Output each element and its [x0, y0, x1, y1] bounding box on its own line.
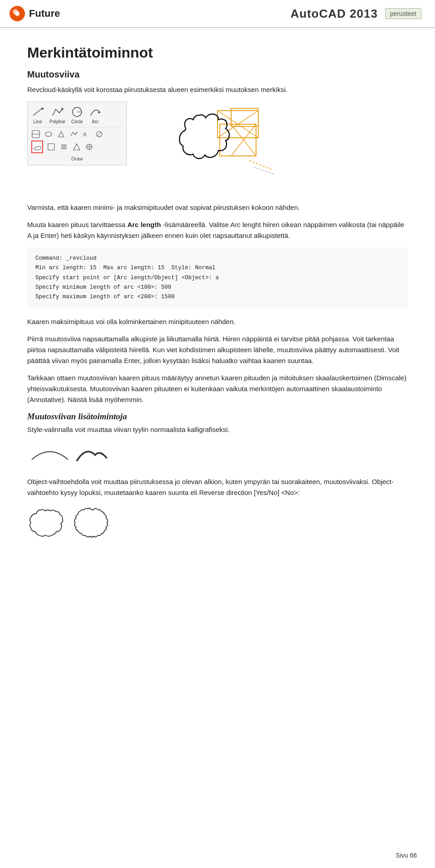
- revcloud-star-shape: [72, 505, 109, 542]
- logo-area: Future: [9, 5, 60, 22]
- page-number: Sivu 66: [396, 852, 417, 859]
- svg-marker-18: [73, 144, 80, 150]
- draw-icon-1: [31, 130, 40, 139]
- svg-rect-14: [48, 144, 54, 150]
- toolbar-icon-b: [47, 142, 56, 151]
- para2-prefix: Muuta kaaren pituus tarvittaessa: [27, 221, 127, 228]
- toolbar-line-label: Line: [34, 119, 42, 124]
- toolbar-bottom-row: A: [31, 127, 123, 139]
- draw-icon-6: [95, 130, 104, 139]
- toolbar-polyline-label: Polyline: [49, 119, 65, 124]
- revcloud-drawing: [140, 102, 276, 192]
- future-logo-icon: [9, 5, 25, 22]
- svg-point-1: [15, 11, 19, 16]
- svg-point-10: [45, 132, 52, 136]
- svg-text:A: A: [83, 131, 87, 138]
- image-row: Line Polyline Circle: [27, 102, 408, 192]
- toolbar-polyline-item: Polyline: [49, 106, 65, 124]
- toolbar-top-row: Line Polyline Circle: [31, 106, 123, 124]
- main-content: Merkintätoiminnot Muutosviiva Revcloud-k…: [0, 28, 435, 576]
- para3: Kaaren maksimipituus voi olla kolminkert…: [27, 316, 408, 327]
- revcloud-svg: [140, 102, 276, 192]
- code-block: Command: _revcloud Min arc length: 15 Ma…: [27, 247, 408, 308]
- section1-heading: Muutosviiva: [27, 69, 408, 80]
- toolbar-circle-label: Circle: [71, 119, 83, 124]
- para5: Tarkkaan ottaen muutosviivan kaaren pitu…: [27, 373, 408, 405]
- para6: Style-valinnalla voit muuttaa viivan tyy…: [27, 424, 408, 435]
- toolbar-draw-label: Draw: [31, 156, 123, 161]
- draw-icon-2: [44, 130, 53, 139]
- page-header: Future AutoCAD 2013 perusteet: [0, 0, 435, 28]
- logo-label: Future: [29, 8, 60, 19]
- revcloud-icon: [33, 142, 42, 151]
- draw-icon-4: [69, 130, 78, 139]
- svg-line-2: [33, 108, 42, 116]
- revcloud-circle-shape: [27, 505, 63, 542]
- arc-illustration: [27, 441, 408, 468]
- page-footer: Sivu 66: [396, 852, 417, 859]
- circle-tool-icon: [71, 106, 83, 118]
- svg-line-13: [97, 132, 101, 136]
- arc-tool-icon: [89, 106, 102, 118]
- para7: Object-vaihtoehdolla voit muuttaa piirus…: [27, 476, 408, 498]
- arc-svg: [27, 441, 118, 466]
- page-title: Merkintätoiminnot: [27, 44, 408, 61]
- app-badge: perusteet: [385, 8, 421, 19]
- toolbar-line-item: Line: [31, 106, 44, 124]
- svg-line-29: [249, 160, 272, 170]
- svg-line-30: [254, 167, 274, 174]
- toolbar-icon-c: [59, 142, 68, 151]
- toolbar-row3: [31, 141, 123, 153]
- para2-bold: Arc length: [127, 221, 161, 228]
- polyline-tool-icon: [51, 106, 64, 118]
- draw-icon-3: [57, 130, 66, 139]
- para2: Muuta kaaren pituus tarvittaessa Arc len…: [27, 219, 408, 241]
- section2-heading: Muutosviivan lisätoimintoja: [27, 412, 408, 422]
- para4: Piirrä muutosviiva napsauttamalla alkupi…: [27, 334, 408, 366]
- line-tool-icon: [31, 106, 44, 118]
- toolbar-highlighted-group: [31, 141, 43, 153]
- toolbar-icon-d: [72, 142, 81, 151]
- para1: Varmista, että kaaren minimi- ja maksimi…: [27, 202, 408, 213]
- shapes-row: [27, 505, 408, 542]
- draw-icon-5: A: [82, 130, 91, 139]
- toolbar-circle-item: Circle: [71, 106, 83, 124]
- toolbar-arc-label: Arc: [92, 119, 99, 124]
- svg-marker-4: [62, 107, 64, 110]
- toolbar-icon-e: [85, 142, 94, 151]
- section1-intro: Revcloud-käskyllä voit korostaa piirustu…: [27, 84, 408, 95]
- toolbar-arc-item: Arc: [89, 106, 102, 124]
- app-title: AutoCAD 2013: [290, 7, 378, 21]
- toolbar-screenshot: Line Polyline Circle: [27, 102, 127, 165]
